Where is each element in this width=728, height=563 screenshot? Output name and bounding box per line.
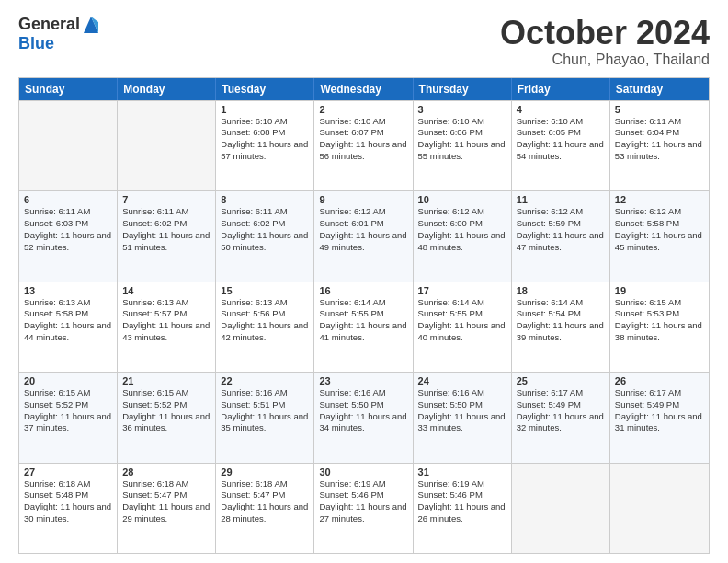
daylight-text: Daylight: 11 hours and 30 minutes. xyxy=(24,501,112,525)
daylight-text: Daylight: 11 hours and 44 minutes. xyxy=(24,320,112,344)
sunrise-text: Sunrise: 6:17 AM xyxy=(517,387,605,399)
daylight-text: Daylight: 11 hours and 33 minutes. xyxy=(418,411,506,435)
day-number: 5 xyxy=(615,104,704,115)
sunset-text: Sunset: 5:46 PM xyxy=(319,489,407,501)
sunset-text: Sunset: 6:01 PM xyxy=(319,218,407,230)
day-number: 20 xyxy=(24,375,112,386)
calendar-cell: 18Sunrise: 6:14 AMSunset: 5:54 PMDayligh… xyxy=(512,282,610,372)
day-number: 26 xyxy=(615,375,704,386)
daylight-text: Daylight: 11 hours and 26 minutes. xyxy=(418,501,506,525)
sunrise-text: Sunrise: 6:12 AM xyxy=(319,206,407,218)
calendar-cell: 20Sunrise: 6:15 AMSunset: 5:52 PMDayligh… xyxy=(19,373,118,462)
day-number: 18 xyxy=(517,285,605,296)
sunset-text: Sunset: 5:57 PM xyxy=(122,308,210,320)
calendar-cell: 28Sunrise: 6:18 AMSunset: 5:47 PMDayligh… xyxy=(118,464,216,553)
sunset-text: Sunset: 5:50 PM xyxy=(418,399,506,411)
sunset-text: Sunset: 6:04 PM xyxy=(615,127,704,139)
calendar-cell: 15Sunrise: 6:13 AMSunset: 5:56 PMDayligh… xyxy=(216,282,314,372)
header-day-thursday: Thursday xyxy=(414,78,512,100)
logo: General Blue xyxy=(18,15,100,53)
day-number: 30 xyxy=(319,466,407,477)
daylight-text: Daylight: 11 hours and 40 minutes. xyxy=(418,320,506,344)
sunrise-text: Sunrise: 6:14 AM xyxy=(418,297,506,309)
day-number: 8 xyxy=(221,194,309,205)
calendar-cell: 29Sunrise: 6:18 AMSunset: 5:47 PMDayligh… xyxy=(216,464,314,553)
calendar-week-1: 1Sunrise: 6:10 AMSunset: 6:08 PMDaylight… xyxy=(19,100,709,190)
day-number: 25 xyxy=(517,375,605,386)
header-day-tuesday: Tuesday xyxy=(216,78,314,100)
sunrise-text: Sunrise: 6:12 AM xyxy=(418,206,506,218)
calendar-cell: 17Sunrise: 6:14 AMSunset: 5:55 PMDayligh… xyxy=(414,282,512,372)
sunset-text: Sunset: 6:03 PM xyxy=(24,218,112,230)
daylight-text: Daylight: 11 hours and 45 minutes. xyxy=(615,230,704,254)
day-number: 27 xyxy=(24,466,112,477)
sunrise-text: Sunrise: 6:19 AM xyxy=(418,478,506,490)
sunrise-text: Sunrise: 6:12 AM xyxy=(615,206,704,218)
sunset-text: Sunset: 6:02 PM xyxy=(122,218,210,230)
day-number: 28 xyxy=(122,466,210,477)
calendar-week-2: 6Sunrise: 6:11 AMSunset: 6:03 PMDaylight… xyxy=(19,190,709,281)
page: General Blue October 2024 Chun, Phayao, … xyxy=(0,0,728,563)
calendar-week-4: 20Sunrise: 6:15 AMSunset: 5:52 PMDayligh… xyxy=(19,372,709,462)
sunset-text: Sunset: 5:55 PM xyxy=(319,308,407,320)
sunset-text: Sunset: 5:51 PM xyxy=(221,399,309,411)
calendar-cell: 7Sunrise: 6:11 AMSunset: 6:02 PMDaylight… xyxy=(118,191,216,281)
day-number: 1 xyxy=(221,104,309,115)
header: General Blue October 2024 Chun, Phayao, … xyxy=(18,15,710,68)
calendar-cell: 14Sunrise: 6:13 AMSunset: 5:57 PMDayligh… xyxy=(118,282,216,372)
calendar-cell: 24Sunrise: 6:16 AMSunset: 5:50 PMDayligh… xyxy=(414,373,512,462)
day-number: 7 xyxy=(122,194,210,205)
header-day-sunday: Sunday xyxy=(19,78,118,100)
sunrise-text: Sunrise: 6:13 AM xyxy=(221,297,309,309)
day-number: 3 xyxy=(418,104,506,115)
sunrise-text: Sunrise: 6:11 AM xyxy=(24,206,112,218)
calendar-cell: 3Sunrise: 6:10 AMSunset: 6:06 PMDaylight… xyxy=(414,101,512,190)
day-number: 15 xyxy=(221,285,309,296)
day-number: 16 xyxy=(319,285,407,296)
sunrise-text: Sunrise: 6:16 AM xyxy=(319,387,407,399)
daylight-text: Daylight: 11 hours and 32 minutes. xyxy=(517,411,605,435)
calendar-cell: 5Sunrise: 6:11 AMSunset: 6:04 PMDaylight… xyxy=(610,101,709,190)
day-number: 10 xyxy=(418,194,506,205)
sunset-text: Sunset: 5:55 PM xyxy=(418,308,506,320)
daylight-text: Daylight: 11 hours and 43 minutes. xyxy=(122,320,210,344)
daylight-text: Daylight: 11 hours and 39 minutes. xyxy=(517,320,605,344)
daylight-text: Daylight: 11 hours and 38 minutes. xyxy=(615,320,704,344)
calendar-cell: 30Sunrise: 6:19 AMSunset: 5:46 PMDayligh… xyxy=(314,464,413,553)
daylight-text: Daylight: 11 hours and 49 minutes. xyxy=(319,230,407,254)
daylight-text: Daylight: 11 hours and 50 minutes. xyxy=(221,230,309,254)
header-day-friday: Friday xyxy=(512,78,610,100)
calendar-cell xyxy=(118,101,216,190)
daylight-text: Daylight: 11 hours and 41 minutes. xyxy=(319,320,407,344)
calendar-cell: 9Sunrise: 6:12 AMSunset: 6:01 PMDaylight… xyxy=(314,191,413,281)
sunrise-text: Sunrise: 6:10 AM xyxy=(517,116,605,128)
sunrise-text: Sunrise: 6:16 AM xyxy=(418,387,506,399)
daylight-text: Daylight: 11 hours and 47 minutes. xyxy=(517,230,605,254)
sunrise-text: Sunrise: 6:13 AM xyxy=(122,297,210,309)
sunset-text: Sunset: 5:50 PM xyxy=(319,399,407,411)
calendar-header-row: SundayMondayTuesdayWednesdayThursdayFrid… xyxy=(19,78,709,100)
sunrise-text: Sunrise: 6:14 AM xyxy=(319,297,407,309)
sunset-text: Sunset: 5:58 PM xyxy=(24,308,112,320)
day-number: 31 xyxy=(418,466,506,477)
sunrise-text: Sunrise: 6:14 AM xyxy=(517,297,605,309)
sunrise-text: Sunrise: 6:17 AM xyxy=(615,387,704,399)
calendar-cell: 25Sunrise: 6:17 AMSunset: 5:49 PMDayligh… xyxy=(512,373,610,462)
logo-icon xyxy=(82,13,100,35)
calendar-cell: 8Sunrise: 6:11 AMSunset: 6:02 PMDaylight… xyxy=(216,191,314,281)
sunset-text: Sunset: 5:47 PM xyxy=(221,489,309,501)
calendar-cell: 26Sunrise: 6:17 AMSunset: 5:49 PMDayligh… xyxy=(610,373,709,462)
sunrise-text: Sunrise: 6:11 AM xyxy=(615,116,704,128)
sunset-text: Sunset: 6:07 PM xyxy=(319,127,407,139)
calendar-cell: 16Sunrise: 6:14 AMSunset: 5:55 PMDayligh… xyxy=(314,282,413,372)
sunset-text: Sunset: 5:49 PM xyxy=(615,399,704,411)
sunrise-text: Sunrise: 6:10 AM xyxy=(319,116,407,128)
day-number: 14 xyxy=(122,285,210,296)
daylight-text: Daylight: 11 hours and 52 minutes. xyxy=(24,230,112,254)
sunset-text: Sunset: 5:52 PM xyxy=(122,399,210,411)
calendar-body: 1Sunrise: 6:10 AMSunset: 6:08 PMDaylight… xyxy=(19,100,709,553)
daylight-text: Daylight: 11 hours and 54 minutes. xyxy=(517,139,605,163)
sunrise-text: Sunrise: 6:10 AM xyxy=(418,116,506,128)
day-number: 19 xyxy=(615,285,704,296)
daylight-text: Daylight: 11 hours and 27 minutes. xyxy=(319,501,407,525)
